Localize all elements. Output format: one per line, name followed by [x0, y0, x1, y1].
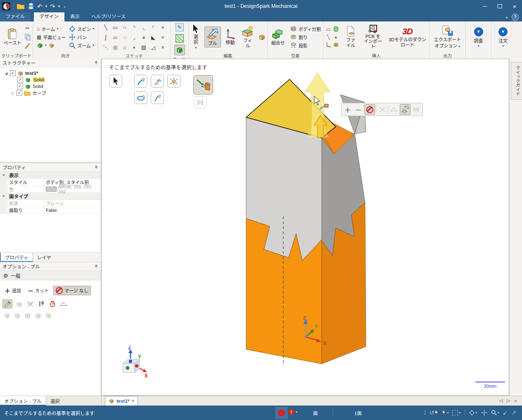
model-viewport[interactable]: そこまでプルするための基準を選択します — [101, 59, 509, 396]
sketch-sheet-icon[interactable] — [48, 43, 55, 48]
undo-button[interactable]: ↶ — [37, 3, 43, 9]
sketch-construction-circle-icon[interactable]: ◌ — [120, 32, 130, 42]
pan-tool-icon[interactable] — [481, 410, 487, 416]
tree-item-curves[interactable]: ▷ ✓ カーブ — [0, 90, 101, 96]
visibility-checkbox[interactable]: ✓ — [17, 77, 23, 83]
spin-cursor-icon[interactable]: ↺ — [429, 409, 439, 416]
pull-option-cube-icon-2[interactable] — [14, 312, 21, 319]
tab-options-pull[interactable]: オプション - プル — [0, 396, 46, 406]
solid-mode-button[interactable] — [174, 45, 185, 55]
pin-icon[interactable] — [94, 61, 98, 65]
mini-no-merge-button[interactable] — [364, 104, 375, 115]
tree-collapsed-icon[interactable]: ▷ — [11, 91, 15, 95]
document-tab-test1[interactable]: test1* × — [105, 396, 138, 406]
select-button[interactable]: 選択▾ — [190, 24, 202, 50]
previous-view-icon[interactable]: ↙ — [503, 409, 508, 416]
download-3d-model-button[interactable]: 3D 3Dモデルのダウンロード — [387, 26, 428, 48]
tab-close-icon[interactable]: × — [515, 399, 517, 403]
quick-guide-tab[interactable]: クイックガイド — [511, 62, 522, 100]
ruler-dimension-button[interactable] — [59, 300, 68, 308]
sketch-trim-icon[interactable]: × — [158, 22, 168, 32]
tab-design[interactable]: デザイン — [34, 12, 64, 21]
gauge-button[interactable] — [48, 300, 57, 308]
tree-item-design[interactable]: ◢ ✓ test1* — [0, 70, 101, 76]
paste-button[interactable]: ペースト — [2, 27, 23, 47]
sketch-line-icon[interactable]: ╲ — [101, 22, 111, 32]
insert-file-button[interactable]: ファイル — [342, 25, 359, 49]
pull-both-sides-button[interactable] — [14, 300, 24, 308]
sketch-arc-icon[interactable]: ◝ — [130, 22, 139, 32]
insert-line-icon[interactable]: ╲ — [327, 34, 330, 40]
move-button[interactable]: 移動 — [223, 28, 237, 46]
sketch-hatch-icon[interactable]: ▨ — [139, 42, 149, 52]
combine-button[interactable]: 組合せ — [270, 27, 287, 47]
close-button[interactable]: × — [507, 0, 522, 12]
tab-scroll-right-icon[interactable]: ▷ — [507, 398, 510, 403]
app-logo-icon[interactable] — [2, 2, 10, 10]
tab-selection[interactable]: 選択 — [46, 396, 64, 406]
open-file-icon[interactable] — [17, 2, 25, 10]
minimize-button[interactable] — [477, 0, 492, 12]
sketch-sweep-icon[interactable]: ◗ — [130, 42, 139, 52]
sketch-delete-icon[interactable]: × — [158, 42, 168, 52]
mini-no-direction-button[interactable] — [377, 104, 387, 114]
sketch-parallelogram-icon[interactable]: ▱ — [111, 32, 120, 42]
pull-button[interactable]: プル — [204, 26, 221, 47]
measure-pull-button[interactable] — [2, 299, 12, 308]
box-select-icon[interactable]: ▾ — [452, 410, 460, 415]
pin-icon[interactable] — [94, 264, 98, 268]
visibility-checkbox[interactable]: ✓ — [17, 83, 23, 89]
insert-axes-icon[interactable] — [326, 42, 331, 47]
help-icon[interactable]: ? — [512, 14, 519, 21]
home-view-button[interactable]: ⌂ホーム▾ — [37, 26, 59, 32]
investigate-button[interactable]: ▼ 調査▾ — [469, 25, 489, 49]
close-document-icon[interactable]: × — [131, 398, 134, 404]
save-icon[interactable] — [28, 3, 34, 9]
undo-caret-icon[interactable]: ▾ — [45, 5, 47, 8]
insert-plane-icon[interactable]: ▭ — [326, 26, 330, 32]
fill-button[interactable]: フィル — [240, 25, 256, 49]
orientation-cube[interactable]: Z Y X — [114, 346, 149, 381]
property-section-display[interactable]: ˅表示 — [0, 172, 101, 179]
pin-icon[interactable] — [94, 165, 98, 169]
sketch-polygon-icon[interactable]: ⌂ — [120, 42, 130, 52]
plan-view-button[interactable]: ▦平面ビュー — [37, 34, 66, 40]
mini-go-to-end-button[interactable] — [411, 104, 421, 114]
order-button[interactable]: ▼ 注文▾ — [493, 25, 513, 49]
insert-sphere-icon[interactable]: ● — [335, 35, 337, 40]
pull-cut-button[interactable]: －カット — [26, 285, 51, 295]
insert-cylinder-icon[interactable] — [333, 26, 339, 32]
property-row-color[interactable]: 色 ARGB: 255, 192, 192 — [0, 186, 101, 193]
visibility-checkbox[interactable]: ✓ — [17, 90, 22, 96]
tab-scroll-left-icon[interactable]: ◁ — [499, 398, 503, 403]
export-options-button[interactable]: エクスポート オプション ▾ — [432, 24, 463, 49]
project-button[interactable]: 投影 — [290, 42, 308, 49]
record-button[interactable] — [275, 407, 287, 419]
tab-help[interactable]: ヘルプ/リソース — [85, 12, 131, 21]
sketch-tangent-arc-icon[interactable]: ◟ — [139, 22, 149, 32]
redo-caret-icon[interactable]: ▾ — [58, 5, 60, 8]
blend-icon[interactable] — [258, 33, 266, 41]
pan-button[interactable]: パン — [69, 34, 87, 40]
pcb-import-button[interactable]: PCB をインポート — [362, 24, 384, 50]
mini-add-button[interactable]: ＋ — [343, 104, 353, 114]
stepper-icon[interactable]: ▴▾ — [424, 410, 426, 415]
property-row-shape[interactable]: 形状 プレーン — [0, 200, 101, 207]
format-painter-icon[interactable] — [24, 43, 31, 49]
pull-option-cube-icon-5[interactable] — [45, 312, 52, 319]
gear-icon[interactable]: ⚙ — [3, 273, 8, 279]
insert-origin-icon[interactable] — [333, 42, 339, 48]
tree-item-solid-2[interactable]: ✓ Solid — [0, 83, 101, 90]
split-body-button[interactable]: ボディ分割 — [290, 26, 321, 32]
sketch-arc2-icon[interactable]: ◞ — [130, 32, 139, 42]
sketch-corner-icon[interactable]: ◿ — [149, 42, 158, 52]
tab-view[interactable]: 表示 — [64, 12, 85, 21]
next-view-icon[interactable]: ↗ — [511, 409, 516, 416]
sketch-circle-icon[interactable]: ○ — [120, 22, 130, 32]
section-mode-button[interactable] — [175, 33, 185, 43]
cut-icon[interactable]: ✂ — [25, 25, 30, 31]
view-cube-button[interactable]: ▾ — [37, 42, 55, 49]
mini-pull-to-button[interactable] — [400, 104, 410, 115]
alert-button[interactable]: ! ▾ — [288, 409, 297, 415]
spin-button[interactable]: スピン▾ — [69, 26, 94, 32]
